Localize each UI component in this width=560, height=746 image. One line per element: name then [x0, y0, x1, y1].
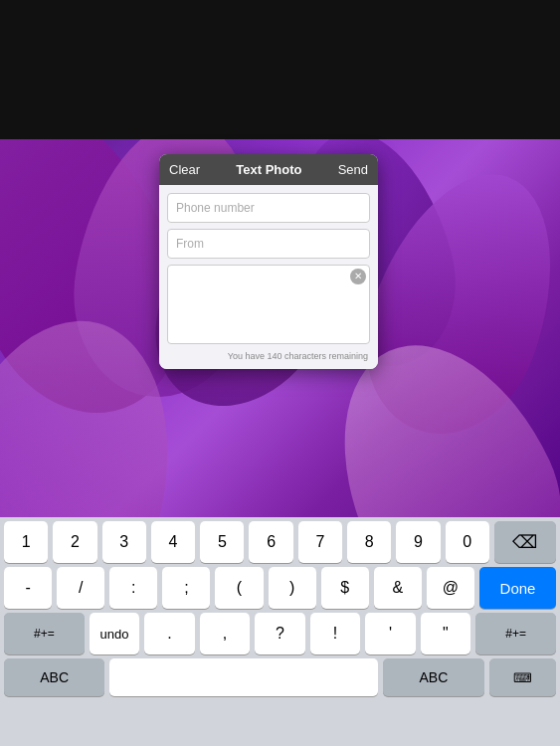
- key-undo[interactable]: undo: [90, 613, 139, 654]
- send-button[interactable]: Send: [338, 162, 368, 177]
- key-3[interactable]: 3: [102, 521, 146, 563]
- key-abc-right[interactable]: ABC: [383, 658, 483, 696]
- key-8[interactable]: 8: [347, 521, 391, 563]
- key-4[interactable]: 4: [151, 521, 195, 563]
- from-input[interactable]: [167, 229, 370, 259]
- keyboard-row-3: #+= undo . , ? ! ' " #+=: [0, 609, 560, 654]
- key-quote[interactable]: ": [421, 613, 470, 654]
- key-2[interactable]: 2: [53, 521, 96, 563]
- key-open-paren[interactable]: (: [215, 567, 263, 609]
- key-0[interactable]: 0: [446, 521, 489, 563]
- key-colon[interactable]: :: [109, 567, 157, 609]
- keyboard: 1 2 3 4 5 6 7 8 9 0 ⌫ - / : ; ( ) $ & @ …: [0, 517, 560, 746]
- key-keyboard[interactable]: ⌨: [489, 658, 557, 696]
- key-dollar[interactable]: $: [321, 567, 369, 609]
- key-question[interactable]: ?: [255, 613, 304, 654]
- keyboard-bottom-row: ABC ABC ⌨: [0, 654, 560, 700]
- key-done[interactable]: Done: [479, 567, 556, 609]
- clear-button[interactable]: Clear: [169, 162, 200, 177]
- keyboard-row-1: 1 2 3 4 5 6 7 8 9 0 ⌫: [0, 517, 560, 563]
- key-apostrophe[interactable]: ': [365, 613, 415, 654]
- key-symbol-toggle-left[interactable]: #+=: [4, 613, 85, 654]
- key-7[interactable]: 7: [298, 521, 342, 563]
- key-slash[interactable]: /: [57, 567, 104, 609]
- message-textarea[interactable]: [167, 265, 370, 344]
- top-bar: [0, 0, 560, 139]
- key-at[interactable]: @: [427, 567, 474, 609]
- char-count: You have 140 characters remaining: [167, 351, 370, 361]
- phone-number-input[interactable]: [167, 193, 370, 223]
- dialog-toolbar: Clear Text Photo Send: [159, 154, 378, 185]
- key-6[interactable]: 6: [249, 521, 292, 563]
- key-symbol-toggle-right[interactable]: #+=: [475, 613, 556, 654]
- dialog-form: ✕ You have 140 characters remaining: [159, 185, 378, 369]
- key-period[interactable]: .: [144, 613, 194, 654]
- keyboard-row-2: - / : ; ( ) $ & @ Done: [0, 563, 560, 609]
- key-backspace[interactable]: ⌫: [494, 521, 556, 563]
- key-1[interactable]: 1: [4, 521, 48, 563]
- key-dash[interactable]: -: [4, 567, 52, 609]
- key-abc-left[interactable]: ABC: [4, 658, 104, 696]
- dialog-title: Text Photo: [236, 162, 301, 177]
- key-close-paren[interactable]: ): [269, 567, 316, 609]
- key-comma[interactable]: ,: [200, 613, 250, 654]
- key-5[interactable]: 5: [200, 521, 244, 563]
- key-9[interactable]: 9: [396, 521, 440, 563]
- key-ampersand[interactable]: &: [374, 567, 422, 609]
- message-area: ✕: [167, 265, 370, 348]
- clear-message-button[interactable]: ✕: [350, 269, 366, 284]
- key-semicolon[interactable]: ;: [162, 567, 210, 609]
- key-exclaim[interactable]: !: [310, 613, 360, 654]
- key-space[interactable]: [109, 658, 378, 696]
- dialog-modal: Clear Text Photo Send ✕ You have 140 cha…: [159, 154, 378, 369]
